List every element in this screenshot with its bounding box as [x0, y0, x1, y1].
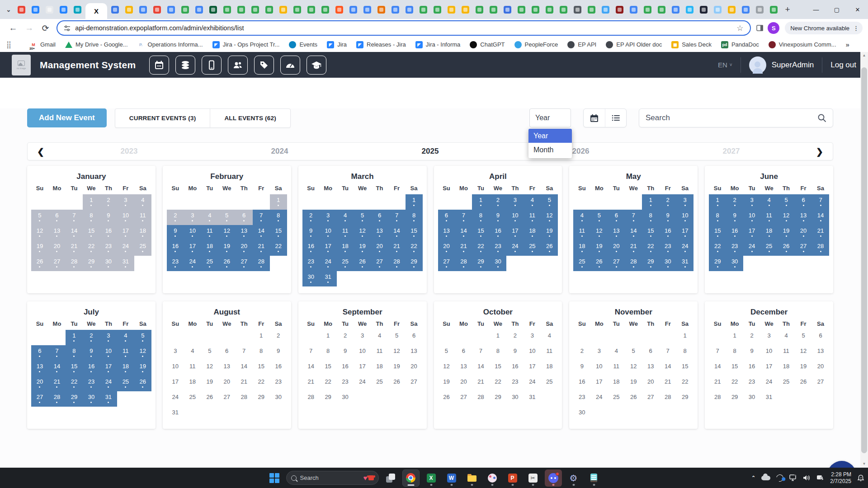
chrome-update-chip[interactable]: New Chrome available⋮ [785, 22, 863, 34]
day-cell[interactable]: 14 [66, 225, 83, 240]
day-cell[interactable]: 20 [31, 376, 48, 391]
day-cell[interactable]: 4 [573, 210, 590, 225]
site-settings-icon[interactable] [64, 25, 71, 32]
day-cell[interactable]: 31 [524, 391, 541, 407]
browser-tab[interactable] [739, 3, 753, 17]
day-cell[interactable]: 25 [337, 256, 354, 271]
day-cell[interactable]: 12 [795, 345, 812, 361]
view-option-year[interactable]: Year [528, 129, 572, 143]
day-cell[interactable]: 31 [117, 256, 134, 271]
day-cell[interactable]: 20 [642, 376, 659, 391]
search-icon[interactable] [817, 113, 826, 122]
day-cell[interactable]: 6 [31, 345, 48, 361]
day-cell[interactable]: 21 [302, 376, 320, 391]
day-cell[interactable]: 23 [167, 256, 184, 271]
day-cell[interactable]: 8 [642, 210, 659, 225]
browser-tab[interactable] [290, 3, 304, 17]
day-cell[interactable]: 17 [100, 361, 117, 376]
day-cell[interactable]: 2 [167, 210, 184, 225]
browser-tab[interactable] [318, 3, 332, 17]
day-cell[interactable]: 15 [320, 361, 337, 376]
day-cell[interactable]: 19 [354, 240, 371, 256]
tab-current-events[interactable]: CURRENT EVENTS (3) [115, 109, 210, 127]
day-cell[interactable]: 9 [659, 210, 676, 225]
day-cell[interactable]: 19 [134, 361, 151, 376]
bookmark-item[interactable]: P.Operations Informa... [137, 41, 203, 48]
day-cell[interactable]: 29 [709, 256, 726, 271]
onedrive-icon[interactable] [761, 476, 770, 480]
day-cell[interactable]: 31 [100, 391, 117, 407]
bookmark-item[interactable]: EP API Older doc [606, 41, 662, 48]
browser-tab[interactable] [136, 3, 150, 17]
day-cell[interactable]: 22 [83, 240, 100, 256]
day-cell[interactable]: 26 [31, 256, 48, 271]
day-cell[interactable]: 7 [253, 210, 270, 225]
day-cell[interactable]: 26 [354, 256, 371, 271]
day-cell[interactable]: 19 [778, 225, 795, 240]
taskbar-chrome-icon[interactable] [402, 469, 420, 487]
start-button[interactable] [266, 469, 283, 487]
day-cell[interactable]: 27 [795, 240, 812, 256]
day-cell[interactable]: 7 [236, 345, 253, 361]
day-cell[interactable]: 21 [455, 240, 472, 256]
day-cell[interactable]: 31 [167, 407, 184, 422]
browser-tab[interactable] [57, 3, 71, 17]
day-cell[interactable]: 25 [541, 376, 558, 391]
day-cell[interactable]: 23 [337, 376, 354, 391]
day-cell[interactable]: 20 [795, 225, 812, 240]
day-cell[interactable]: 18 [524, 225, 541, 240]
day-cell[interactable]: 28 [472, 391, 489, 407]
day-cell[interactable]: 10 [524, 345, 541, 361]
day-cell[interactable]: 10 [184, 225, 201, 240]
day-cell[interactable]: 3 [100, 330, 117, 345]
day-cell[interactable]: 14 [472, 361, 489, 376]
day-cell[interactable]: 7 [302, 345, 320, 361]
page-scrollbar[interactable]: ▲ ▼ [860, 52, 868, 468]
day-cell[interactable]: 18 [541, 361, 558, 376]
day-cell[interactable]: 4 [541, 330, 558, 345]
day-cell[interactable]: 1 [489, 330, 506, 345]
bookmark-item[interactable]: ◤Jira - Ops Project Tr... [212, 41, 280, 48]
day-cell[interactable]: 5 [625, 345, 642, 361]
browser-tab[interactable] [220, 3, 234, 17]
browser-tab[interactable] [178, 3, 192, 17]
day-cell[interactable]: 12 [438, 361, 455, 376]
day-cell[interactable]: 21 [48, 376, 66, 391]
bookmark-item[interactable]: ChatGPT [470, 41, 505, 48]
browser-tab[interactable] [304, 3, 318, 17]
day-cell[interactable]: 6 [642, 345, 659, 361]
browser-tab[interactable] [753, 3, 767, 17]
view-option-month[interactable]: Month [528, 143, 572, 157]
day-cell[interactable]: 22 [709, 240, 726, 256]
day-cell[interactable]: 30 [573, 407, 590, 422]
day-cell[interactable]: 26 [541, 240, 558, 256]
add-new-event-button[interactable]: Add New Event [27, 108, 107, 127]
search-input[interactable] [646, 113, 817, 122]
day-cell[interactable]: 25 [524, 240, 541, 256]
browser-tab[interactable] [486, 3, 500, 17]
day-cell[interactable]: 29 [726, 391, 743, 407]
day-cell[interactable]: 9 [489, 210, 506, 225]
browser-tab[interactable] [192, 3, 206, 17]
day-cell[interactable]: 13 [812, 345, 829, 361]
day-cell[interactable]: 16 [100, 225, 117, 240]
tray-chevron-icon[interactable]: ⌃ [751, 475, 755, 481]
day-cell[interactable]: 19 [625, 376, 642, 391]
tab-search-chevron-icon[interactable]: ⌄ [3, 6, 14, 13]
day-cell[interactable]: 19 [201, 376, 218, 391]
day-cell[interactable]: 7 [709, 345, 726, 361]
day-cell[interactable]: 18 [608, 376, 625, 391]
kebab-menu-icon[interactable]: ⋮ [853, 25, 859, 32]
day-cell[interactable]: 28 [388, 256, 406, 271]
day-cell[interactable]: 15 [253, 361, 270, 376]
day-cell[interactable]: 22 [270, 240, 287, 256]
taskbar-search[interactable]: Search ♥ [286, 471, 379, 485]
bookmark-item[interactable]: Events [289, 41, 317, 48]
day-cell[interactable]: 2 [337, 330, 354, 345]
day-cell[interactable]: 1 [253, 330, 270, 345]
day-cell[interactable]: 6 [406, 330, 423, 345]
day-cell[interactable]: 21 [659, 376, 676, 391]
day-cell[interactable]: 2 [100, 194, 117, 210]
next-year-icon[interactable]: ❯ [807, 146, 833, 157]
day-cell[interactable]: 9 [100, 210, 117, 225]
